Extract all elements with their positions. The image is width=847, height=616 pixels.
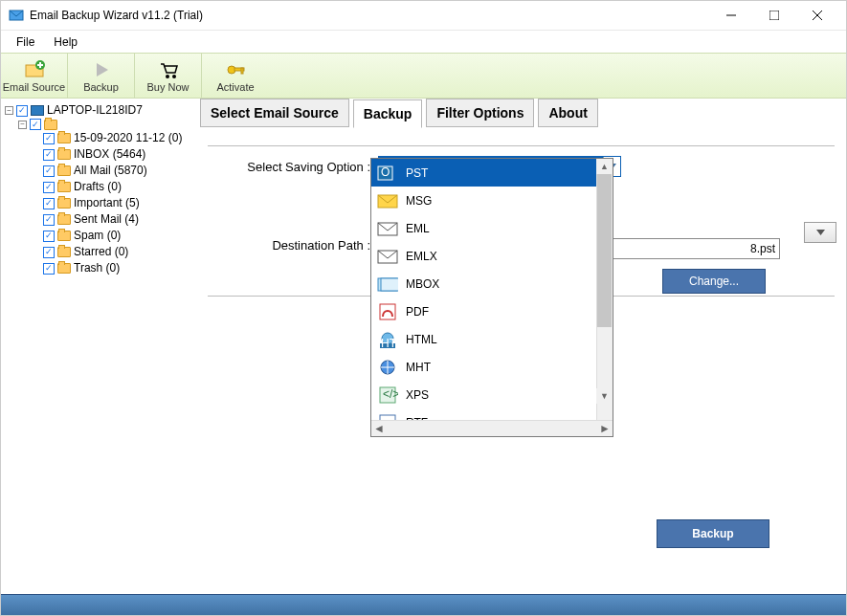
format-option-label: HTML xyxy=(406,333,437,346)
svg-rect-14 xyxy=(241,68,243,74)
toolbar-email-source[interactable]: Email Source xyxy=(1,54,68,98)
minimize-button[interactable] xyxy=(709,1,752,30)
tree-folder-label: Spam (0) xyxy=(74,228,121,244)
tree-folder-label: Starred (0) xyxy=(74,244,128,260)
emlx-icon xyxy=(377,248,398,265)
mbox-icon xyxy=(377,275,398,293)
folder-icon xyxy=(57,165,71,176)
tree-folder[interactable]: Spam (0) xyxy=(43,228,192,244)
tree-folder-label: INBOX (5464) xyxy=(74,146,145,163)
format-option-label: PST xyxy=(406,166,428,180)
svg-marker-16 xyxy=(816,230,825,235)
aux-dropdown-button[interactable] xyxy=(804,222,836,243)
tree-folder-label: Important (5) xyxy=(74,195,140,211)
collapse-icon[interactable]: − xyxy=(18,121,27,129)
tab-about[interactable]: About xyxy=(538,99,597,127)
horizontal-scrollbar[interactable]: ◄► xyxy=(371,420,613,436)
format-option-mbox[interactable]: MBOX xyxy=(371,270,613,297)
format-option-label: PDF xyxy=(406,305,429,319)
saving-option-label: Select Saving Option : xyxy=(208,160,370,174)
close-button[interactable] xyxy=(795,1,838,30)
tree-account[interactable]: − xyxy=(18,119,192,130)
mht-icon xyxy=(377,359,398,376)
pst-icon: O xyxy=(377,165,398,182)
play-icon xyxy=(91,59,112,80)
toolbar-backup[interactable]: Backup xyxy=(68,54,135,98)
saving-option-dropdown[interactable]: OPSTMSGEMLEMLXMBOXPDFHTMLHTMLMHT</>XPSRT… xyxy=(370,158,613,437)
format-option-xps[interactable]: </>XPS xyxy=(371,381,613,408)
tree-folder[interactable]: Sent Mail (4) xyxy=(43,211,192,228)
checkbox-icon[interactable] xyxy=(43,149,55,161)
tree-folder[interactable]: Starred (0) xyxy=(43,244,192,260)
checkbox-icon[interactable] xyxy=(16,105,28,117)
toolbar-buy-now[interactable]: Buy Now xyxy=(135,54,202,98)
folder-icon xyxy=(57,263,71,274)
tree-folder[interactable]: Drafts (0) xyxy=(43,179,192,195)
toolbar-label: Backup xyxy=(83,81,119,93)
menu-file[interactable]: File xyxy=(7,32,44,53)
status-bar xyxy=(1,594,846,616)
tree-folder[interactable]: INBOX (5464) xyxy=(43,146,192,163)
svg-point-10 xyxy=(166,75,169,78)
toolbar: Email Source Backup Buy Now Activate xyxy=(1,53,846,99)
change-button[interactable]: Change... xyxy=(662,269,766,294)
format-option-html[interactable]: HTMLHTML xyxy=(371,325,613,353)
checkbox-icon[interactable] xyxy=(43,198,55,209)
svg-point-11 xyxy=(172,75,176,78)
format-option-msg[interactable]: MSG xyxy=(371,187,613,214)
tree-folder[interactable]: Trash (0) xyxy=(43,260,192,276)
tab-filter-options[interactable]: Filter Options xyxy=(426,99,534,127)
scroll-thumb[interactable] xyxy=(597,174,612,327)
menu-help[interactable]: Help xyxy=(44,32,87,53)
maximize-button[interactable] xyxy=(752,1,795,30)
backup-button[interactable]: Backup xyxy=(657,519,769,548)
format-option-mht[interactable]: MHT xyxy=(371,353,613,381)
tab-backup[interactable]: Backup xyxy=(353,99,423,128)
format-option-label: MSG xyxy=(406,194,432,208)
svg-text:O: O xyxy=(381,165,390,179)
destination-value: 8.pst xyxy=(750,242,775,255)
toolbar-activate[interactable]: Activate xyxy=(202,54,269,98)
svg-text:</>: </> xyxy=(383,387,398,401)
scroll-right-icon[interactable]: ► xyxy=(599,422,611,435)
folder-plus-icon xyxy=(24,59,45,80)
scroll-up-icon[interactable]: ▲ xyxy=(596,159,613,174)
xps-icon: </> xyxy=(377,386,398,404)
format-option-pst[interactable]: OPST xyxy=(371,159,613,187)
destination-label: Destination Path : xyxy=(208,238,370,253)
backup-row: Backup xyxy=(196,519,846,548)
checkbox-icon[interactable] xyxy=(43,231,55,242)
scroll-down-icon[interactable]: ▼ xyxy=(596,388,613,404)
checkbox-icon[interactable] xyxy=(43,165,55,177)
key-icon xyxy=(225,59,246,80)
format-option-label: MHT xyxy=(406,361,431,374)
folder-icon xyxy=(57,214,71,225)
collapse-icon[interactable]: − xyxy=(5,106,13,115)
tree-folder[interactable]: All Mail (5870) xyxy=(43,163,192,179)
tree-folder[interactable]: Important (5) xyxy=(43,195,192,211)
format-option-label: EMLX xyxy=(406,250,437,263)
format-option-pdf[interactable]: PDF xyxy=(371,297,613,325)
scroll-left-icon[interactable]: ◄ xyxy=(373,422,385,435)
separator xyxy=(208,145,835,146)
tree-folder[interactable]: 15-09-2020 11-12 (0) xyxy=(43,130,192,146)
svg-rect-23 xyxy=(381,278,398,291)
format-option-label: XPS xyxy=(406,388,429,402)
svg-rect-2 xyxy=(769,11,779,20)
folder-icon xyxy=(57,198,71,209)
checkbox-icon[interactable] xyxy=(43,182,55,193)
format-option-eml[interactable]: EML xyxy=(371,214,613,242)
checkbox-icon[interactable] xyxy=(43,214,55,226)
svg-marker-9 xyxy=(97,63,108,77)
vertical-scrollbar[interactable]: ▲ ▼ xyxy=(596,159,613,420)
tab-select-email-source[interactable]: Select Email Source xyxy=(200,99,349,127)
menu-bar: File Help xyxy=(1,30,846,53)
format-option-emlx[interactable]: EMLX xyxy=(371,242,613,270)
format-option-label: EML xyxy=(406,222,430,235)
checkbox-icon[interactable] xyxy=(43,263,55,275)
folder-icon xyxy=(57,247,71,257)
folder-tree: − LAPTOP-IL218ID7 − 15-09-2020 11-12 (0)… xyxy=(5,102,192,276)
checkbox-icon[interactable] xyxy=(43,247,55,258)
checkbox-icon[interactable] xyxy=(30,119,41,130)
checkbox-icon[interactable] xyxy=(43,133,55,144)
